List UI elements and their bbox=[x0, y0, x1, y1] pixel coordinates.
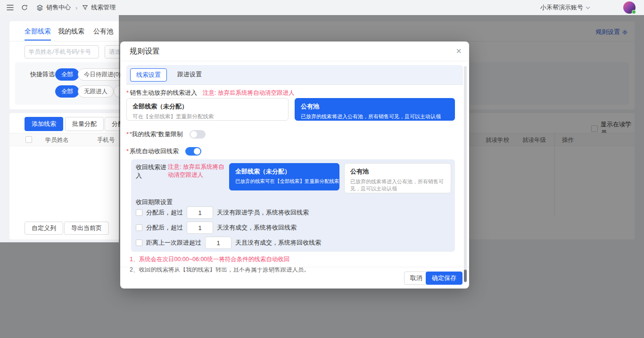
confirm-save-button[interactable]: 确定保存 bbox=[426, 272, 462, 285]
tab-follow-settings[interactable]: 跟进设置 bbox=[172, 68, 207, 82]
rule2-days-input[interactable] bbox=[187, 222, 213, 234]
close-icon[interactable]: × bbox=[456, 45, 462, 57]
auto-recycle-label: 系统自动收回线索 bbox=[126, 147, 179, 156]
rule3-checkbox[interactable] bbox=[136, 239, 142, 246]
abandon-warning: 注意: 放弃后系统将自动清空跟进人 bbox=[203, 89, 294, 97]
modal-backdrop-bottom bbox=[0, 242, 119, 338]
abandon-option-public-pool[interactable]: 公有池 已放弃的线索将进入公有池，所有销售可见，且可以主动认领 bbox=[295, 98, 455, 121]
online-status-dot bbox=[632, 10, 636, 14]
tab-public-pool[interactable]: 公有池 bbox=[93, 27, 113, 36]
filter-all-2[interactable]: 全部 bbox=[55, 85, 79, 98]
recycle-panel: 收回线索进入 注意: 放弃后系统将自动清空跟进人 全部线索（未分配） 已放弃的线… bbox=[131, 159, 455, 252]
recycle-into-label: 收回线索进入 bbox=[136, 163, 167, 180]
batch-assign-button[interactable]: 批量分配 bbox=[65, 117, 104, 131]
top-bar: 销售中心 › 线索管理 小禾帮演示账号 bbox=[0, 0, 644, 15]
custom-columns-button[interactable]: 自定义列 bbox=[25, 222, 63, 235]
tab-my-leads[interactable]: 我的线索 bbox=[58, 27, 84, 36]
modal-footer: 取消 确定保存 bbox=[120, 267, 469, 289]
modal-scrollbar-track[interactable] bbox=[464, 66, 467, 283]
select-all-checkbox[interactable] bbox=[25, 136, 32, 143]
rule3-days-input[interactable] bbox=[205, 237, 231, 249]
hamburger-menu-icon[interactable] bbox=[7, 5, 14, 10]
avatar[interactable] bbox=[623, 1, 636, 14]
breadcrumb-app[interactable]: 销售中心 bbox=[46, 3, 71, 12]
col-phone: 手机号 bbox=[97, 136, 115, 144]
rules-settings-modal: 规则设置 × 线索设置 跟进设置 销售主动放弃的线索进入 注意: 放弃后系统将自… bbox=[120, 41, 469, 289]
col-student-name: 学员姓名 bbox=[45, 136, 69, 144]
rule1-days-input[interactable] bbox=[187, 206, 213, 219]
tab-all-leads[interactable]: 全部线索 bbox=[25, 27, 51, 36]
recycle-warning: 注意: 放弃后系统将自动清空跟进人 bbox=[168, 163, 225, 179]
modal-title: 规则设置 bbox=[130, 47, 160, 57]
recycle-option-public-pool[interactable]: 公有池 已放弃的线索将进入公有池，所有销售可见，且可以主动认领 bbox=[344, 163, 451, 193]
recycle-rule-1: 分配后，超过 天没有跟进学员，系统将收回线索 bbox=[136, 206, 309, 219]
quick-filter-label: 快捷筛选 bbox=[30, 68, 55, 81]
abandon-label: 销售主动放弃的线索进入 bbox=[126, 89, 197, 97]
breadcrumb-page[interactable]: 线索管理 bbox=[91, 3, 116, 12]
leads-icon bbox=[82, 5, 88, 11]
chevron-down-icon bbox=[586, 6, 590, 9]
recycle-option-all-leads[interactable]: 全部线索（未分配） 已放弃的线索可在【全部线索】里重新分配线索 bbox=[229, 163, 339, 190]
layers-icon bbox=[36, 4, 43, 11]
filter-no-follower[interactable]: 无跟进人 bbox=[78, 85, 114, 98]
recycle-rule-2: 分配后，超过 天没有成交，系统将收回线索 bbox=[136, 222, 297, 234]
cancel-button[interactable]: 取消 bbox=[404, 272, 429, 285]
account-name: 小禾帮演示账号 bbox=[540, 3, 583, 12]
breadcrumb: 销售中心 › 线索管理 bbox=[36, 3, 116, 12]
refresh-icon[interactable] bbox=[21, 4, 28, 11]
filter-all-1[interactable]: 全部 bbox=[55, 68, 79, 81]
abandon-option-all-leads[interactable]: 全部线索（未分配） 可在【全部线索】里重新分配线索 bbox=[126, 98, 289, 121]
auto-recycle-toggle[interactable] bbox=[185, 147, 201, 156]
rule1-checkbox[interactable] bbox=[136, 209, 142, 216]
add-lead-button[interactable]: 添加线索 bbox=[25, 117, 63, 131]
recycle-period-label: 收回期限设置 bbox=[136, 198, 173, 206]
search-input[interactable] bbox=[25, 45, 99, 58]
modal-header: 规则设置 × bbox=[120, 41, 469, 61]
tab-lead-settings[interactable]: 线索设置 bbox=[130, 68, 167, 82]
breadcrumb-separator: › bbox=[75, 4, 77, 11]
modal-note-1: 1、系统会在次日00:00~06:00统一将符合条件的线索自动收回 bbox=[130, 256, 289, 264]
modal-tab-bar: 线索设置 跟进设置 bbox=[126, 65, 463, 85]
recycle-rule-3: 距离上一次跟进超过 天且没有成交，系统将回收线索 bbox=[136, 237, 321, 249]
export-page-button[interactable]: 导出当前页 bbox=[64, 222, 109, 235]
my-leads-limit-label: “我的线索”数量限制 bbox=[126, 130, 183, 139]
account-menu[interactable]: 小禾帮演示账号 bbox=[540, 0, 590, 15]
my-leads-limit-toggle[interactable] bbox=[190, 130, 206, 139]
rule2-checkbox[interactable] bbox=[136, 224, 142, 231]
